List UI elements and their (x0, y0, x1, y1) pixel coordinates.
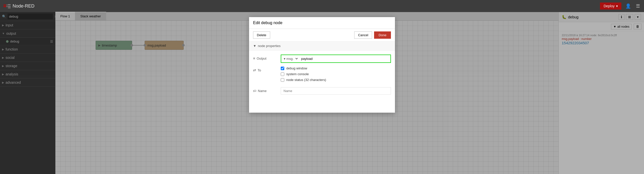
name-label: 🏷 Name (253, 87, 278, 93)
navbar: Node-RED Deploy ▾ 👤 ☰ (0, 0, 644, 12)
output-input-container: ▾ msg. (281, 55, 391, 63)
to-label: ⇄ To (253, 66, 278, 72)
edit-debug-modal: Edit debug node Delete Cancel Done ▼ nod… (249, 17, 395, 113)
to-form-row: ⇄ To debug window system console (253, 66, 391, 84)
name-input[interactable] (281, 87, 391, 95)
delete-button[interactable]: Delete (253, 31, 270, 39)
logo: Node-RED (3, 3, 34, 9)
modal-overlay: Edit debug node Delete Cancel Done ▼ nod… (0, 12, 644, 174)
node-status-label: node status (32 characters) (286, 78, 326, 82)
svg-rect-1 (4, 6, 6, 7)
svg-rect-0 (4, 5, 6, 5)
to-checkboxes: debug window system console node status … (281, 66, 391, 84)
main-layout: 🔍 ✕ ▶ input ▼ output debug ▶ fun (0, 12, 644, 174)
name-form-row: 🏷 Name (253, 87, 391, 95)
modal-body: ≡ Output ▾ msg. ⇄ (249, 51, 395, 102)
user-icon: 👤 (625, 4, 631, 9)
to-icon: ⇄ (253, 68, 256, 72)
output-value-input[interactable] (300, 56, 390, 62)
tag-icon: 🏷 (253, 89, 256, 93)
debug-window-checkbox[interactable] (281, 67, 284, 70)
cancel-button[interactable]: Cancel (354, 31, 372, 39)
modal-title: Edit debug node (253, 21, 283, 25)
svg-rect-5 (8, 6, 11, 7)
node-status-row: node status (32 characters) (281, 78, 391, 82)
debug-window-row: debug window (281, 66, 391, 70)
nodered-logo-icon (3, 3, 11, 9)
output-label: ≡ Output (253, 55, 278, 60)
list-icon: ≡ (253, 56, 255, 60)
navbar-right: Deploy ▾ 👤 ☰ (600, 2, 641, 10)
modal-actions: Delete Cancel Done (249, 29, 395, 41)
system-console-row: system console (281, 72, 391, 76)
deploy-label: Deploy (603, 4, 615, 8)
menu-button[interactable]: ☰ (635, 2, 641, 10)
output-type-select[interactable]: ▾ msg. (282, 56, 299, 62)
output-form-row: ≡ Output ▾ msg. (253, 55, 391, 63)
system-console-label: system console (286, 72, 309, 76)
user-button[interactable]: 👤 (624, 2, 632, 10)
name-control (281, 87, 391, 95)
section-chevron-icon: ▼ (253, 44, 256, 48)
hamburger-icon: ☰ (636, 4, 640, 9)
debug-window-label: debug window (286, 66, 307, 70)
svg-rect-6 (8, 8, 11, 8)
modal-header: Edit debug node (249, 17, 395, 29)
output-control: ▾ msg. (281, 55, 391, 63)
section-label: node properties (258, 44, 280, 48)
app-title: Node-RED (13, 4, 34, 9)
deploy-chevron-icon: ▾ (616, 4, 618, 8)
done-button[interactable]: Done (374, 31, 391, 39)
node-status-checkbox[interactable] (281, 78, 284, 82)
deploy-button[interactable]: Deploy ▾ (600, 3, 621, 10)
system-console-checkbox[interactable] (281, 72, 284, 76)
svg-rect-4 (8, 4, 11, 5)
modal-section-header: ▼ node properties (249, 41, 395, 51)
navbar-left: Node-RED (3, 3, 34, 9)
